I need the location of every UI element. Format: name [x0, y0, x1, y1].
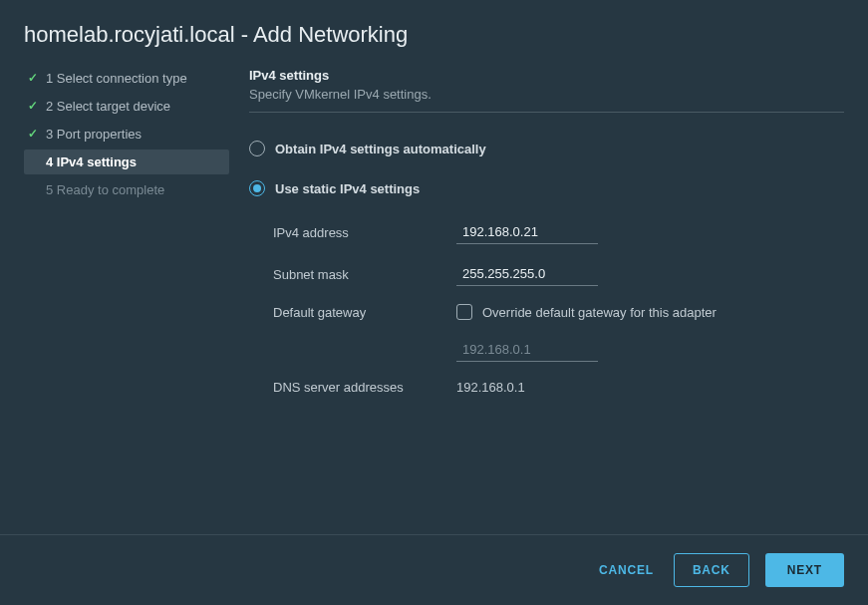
static-settings-group: IPv4 address Subnet mask Default gateway…	[249, 220, 844, 395]
override-gateway-checkbox[interactable]	[456, 304, 472, 320]
default-gateway-row: Default gateway Override default gateway…	[273, 304, 844, 320]
subnet-mask-label: Subnet mask	[273, 267, 456, 282]
dialog-title: homelab.rocyjati.local - Add Networking	[24, 22, 844, 48]
section-subtitle: Specify VMkernel IPv4 settings.	[249, 87, 844, 102]
step-label: 1 Select connection type	[46, 71, 187, 86]
dns-value: 192.168.0.1	[456, 380, 525, 395]
ipv4-address-label: IPv4 address	[273, 225, 456, 240]
radio-auto-row[interactable]: Obtain IPv4 settings automatically	[249, 141, 844, 156]
next-button[interactable]: NEXT	[765, 553, 844, 587]
radio-static-row[interactable]: Use static IPv4 settings	[249, 180, 844, 196]
step-ready-complete[interactable]: 5 Ready to complete	[24, 177, 229, 202]
step-port-properties[interactable]: 3 Port properties	[24, 122, 229, 147]
step-label: 5 Ready to complete	[46, 182, 164, 197]
subnet-mask-input[interactable]	[456, 262, 598, 286]
dns-row: DNS server addresses 192.168.0.1	[273, 380, 844, 395]
wizard-dialog: homelab.rocyjati.local - Add Networking …	[0, 0, 868, 605]
step-target-device[interactable]: 2 Select target device	[24, 94, 229, 119]
radio-static-label: Use static IPv4 settings	[275, 181, 420, 196]
step-label: 2 Select target device	[46, 99, 170, 114]
dialog-footer: CANCEL BACK NEXT	[0, 534, 868, 605]
gateway-input[interactable]	[456, 338, 598, 362]
radio-static[interactable]	[249, 180, 265, 196]
ipv4-address-input[interactable]	[456, 220, 598, 244]
step-label: 4 IPv4 settings	[46, 154, 137, 169]
step-ipv4-settings[interactable]: 4 IPv4 settings	[24, 150, 229, 174]
gateway-input-row	[273, 338, 844, 362]
radio-auto-label: Obtain IPv4 settings automatically	[275, 142, 486, 156]
subnet-mask-row: Subnet mask	[273, 262, 844, 286]
dialog-body: 1 Select connection type 2 Select target…	[0, 66, 868, 534]
back-button[interactable]: BACK	[674, 553, 749, 587]
cancel-button[interactable]: CANCEL	[595, 553, 658, 587]
section-title: IPv4 settings	[249, 68, 844, 83]
dialog-header: homelab.rocyjati.local - Add Networking	[0, 0, 868, 66]
ipv4-address-row: IPv4 address	[273, 220, 844, 244]
wizard-steps: 1 Select connection type 2 Select target…	[24, 66, 229, 534]
default-gateway-label: Default gateway	[273, 305, 456, 320]
dns-label: DNS server addresses	[273, 380, 456, 395]
step-connection-type[interactable]: 1 Select connection type	[24, 66, 229, 91]
override-gateway-label: Override default gateway for this adapte…	[482, 305, 717, 320]
radio-auto[interactable]	[249, 141, 265, 156]
step-label: 3 Port properties	[46, 127, 142, 142]
override-gateway-wrapper: Override default gateway for this adapte…	[456, 304, 717, 320]
main-content: IPv4 settings Specify VMkernel IPv4 sett…	[249, 66, 844, 534]
divider	[249, 112, 844, 113]
